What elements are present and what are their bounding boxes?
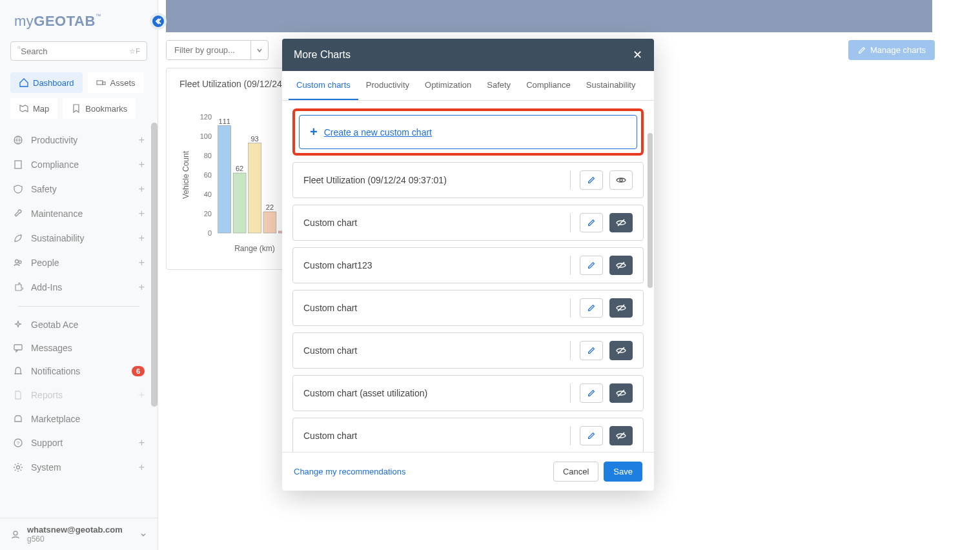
- notification-badge: 6: [132, 366, 145, 376]
- sidebar-item-maintenance[interactable]: Maintenance+: [5, 201, 152, 226]
- user-footer[interactable]: whatsnew@geotab.com g560: [0, 518, 158, 550]
- edit-chart-button[interactable]: [580, 341, 603, 360]
- user-email: whatsnew@geotab.com: [27, 525, 133, 535]
- tab-safety[interactable]: Safety: [479, 71, 518, 100]
- chart-list-row: Custom chart: [292, 418, 644, 452]
- dialog-body: + Create a new custom chart Fleet Utiliz…: [282, 101, 654, 452]
- group-filter-input[interactable]: [167, 41, 250, 59]
- search-input[interactable]: [21, 46, 129, 56]
- nav-label: People: [31, 258, 59, 268]
- group-filter-dropdown[interactable]: [250, 41, 268, 59]
- edit-chart-button[interactable]: [580, 213, 603, 232]
- pill-label: Dashboard: [33, 78, 74, 88]
- toggle-visibility-button[interactable]: [609, 383, 633, 403]
- svg-point-32: [620, 179, 622, 181]
- toggle-visibility-button[interactable]: [609, 298, 633, 318]
- edit-chart-button[interactable]: [580, 383, 603, 403]
- pill-dashboard[interactable]: Dashboard: [10, 72, 83, 93]
- home-icon: [19, 77, 29, 88]
- nav-label: Maintenance: [31, 209, 83, 219]
- sidebar-item-compliance[interactable]: Compliance+: [5, 152, 152, 177]
- nav-pills: Dashboard Assets Map Bookmarks: [0, 66, 158, 125]
- sidebar-item-reports[interactable]: Reports+: [5, 383, 152, 407]
- pill-map[interactable]: Map: [10, 98, 57, 119]
- toggle-visibility-button[interactable]: [609, 170, 633, 190]
- cancel-button[interactable]: Cancel: [553, 462, 598, 482]
- svg-text:60: 60: [204, 171, 212, 179]
- puzzle-icon: [13, 282, 23, 292]
- top-banner: [166, 0, 932, 32]
- save-button[interactable]: Save: [604, 462, 642, 482]
- plus-icon: +: [139, 183, 145, 195]
- change-recommendations-link[interactable]: Change my recommendations: [294, 467, 405, 476]
- svg-text:80: 80: [204, 152, 212, 159]
- edit-chart-button[interactable]: [580, 256, 603, 275]
- plus-icon: +: [139, 232, 145, 244]
- tab-productivity[interactable]: Productivity: [358, 71, 417, 100]
- nav-label: Add-Ins: [31, 282, 62, 292]
- nav-divider: [18, 306, 139, 307]
- edit-chart-button[interactable]: [580, 298, 603, 318]
- nav-label: System: [31, 462, 61, 473]
- toggle-visibility-button[interactable]: [609, 426, 633, 445]
- tab-sustainability[interactable]: Sustainability: [578, 71, 644, 100]
- pill-assets[interactable]: Assets: [88, 72, 144, 93]
- manage-charts-button[interactable]: Manage charts: [848, 40, 935, 60]
- dialog-scrollbar[interactable]: [648, 133, 653, 288]
- sidebar-item-people[interactable]: People+: [5, 250, 152, 275]
- tab-custom-charts[interactable]: Custom charts: [289, 71, 358, 100]
- wrench-icon: [13, 209, 23, 219]
- svg-text:93: 93: [250, 135, 258, 143]
- message-icon: [13, 343, 23, 353]
- search-box[interactable]: ☆F: [10, 41, 147, 61]
- chart-list-row: Custom chart: [292, 332, 644, 369]
- chart-row-name: Custom chart: [303, 345, 570, 356]
- plus-icon: +: [139, 159, 145, 170]
- chart-row-name: Custom chart: [303, 303, 570, 313]
- svg-text:Range (km): Range (km): [234, 244, 275, 253]
- store-icon: [13, 414, 23, 424]
- close-icon[interactable]: ✕: [633, 48, 642, 62]
- sidebar-item-support[interactable]: ?Support+: [5, 431, 152, 455]
- tab-optimization[interactable]: Optimization: [417, 71, 479, 100]
- nav-label: Notifications: [31, 366, 80, 376]
- map-icon: [19, 103, 29, 114]
- toggle-visibility-button[interactable]: [609, 341, 633, 360]
- chart-row-name: Custom chart: [303, 431, 570, 441]
- bookmark-icon: [71, 103, 81, 114]
- sidebar-item-system[interactable]: System+: [5, 455, 152, 480]
- nav-label: Safety: [31, 184, 57, 194]
- logo: myGEOTAB™: [0, 0, 158, 36]
- edit-chart-button[interactable]: [580, 426, 603, 445]
- create-custom-chart-button[interactable]: + Create a new custom chart: [299, 115, 637, 149]
- sidebar-item-safety[interactable]: Safety+: [5, 177, 152, 201]
- tab-compliance[interactable]: Compliance: [518, 71, 578, 100]
- leaf-icon: [13, 233, 23, 243]
- group-filter[interactable]: [166, 40, 269, 60]
- sidebar-scrollbar[interactable]: [151, 123, 158, 407]
- sidebar-item-addins[interactable]: Add-Ins+: [5, 275, 152, 300]
- pill-bookmarks[interactable]: Bookmarks: [63, 98, 136, 119]
- sidebar-collapse-button[interactable]: [150, 13, 167, 30]
- sidebar-item-geotab-ace[interactable]: Geotab Ace: [5, 313, 152, 336]
- sidebar-item-sustainability[interactable]: Sustainability+: [5, 226, 152, 250]
- gear-icon: [13, 462, 23, 473]
- toggle-visibility-button[interactable]: [609, 213, 633, 232]
- nav-section: Productivity+ Compliance+ Safety+ Mainte…: [0, 125, 158, 518]
- edit-chart-button[interactable]: [580, 170, 603, 190]
- dialog-tabs: Custom charts Productivity Optimization …: [282, 71, 654, 101]
- svg-text:120: 120: [200, 113, 212, 121]
- sidebar-item-messages[interactable]: Messages: [5, 336, 152, 360]
- svg-rect-23: [233, 173, 246, 233]
- pill-label: Assets: [110, 78, 136, 88]
- pencil-icon: [857, 46, 866, 55]
- sidebar-item-productivity[interactable]: Productivity+: [5, 128, 152, 152]
- logo-part2: GEOTAB: [34, 13, 95, 29]
- chart-row-name: Custom chart123: [303, 260, 570, 270]
- help-icon: ?: [13, 438, 23, 448]
- toggle-visibility-button[interactable]: [609, 256, 633, 275]
- sidebar-item-notifications[interactable]: Notifications6: [5, 360, 152, 383]
- plus-icon: +: [139, 281, 145, 293]
- sidebar-item-marketplace[interactable]: Marketplace: [5, 407, 152, 431]
- plus-icon: +: [310, 125, 318, 139]
